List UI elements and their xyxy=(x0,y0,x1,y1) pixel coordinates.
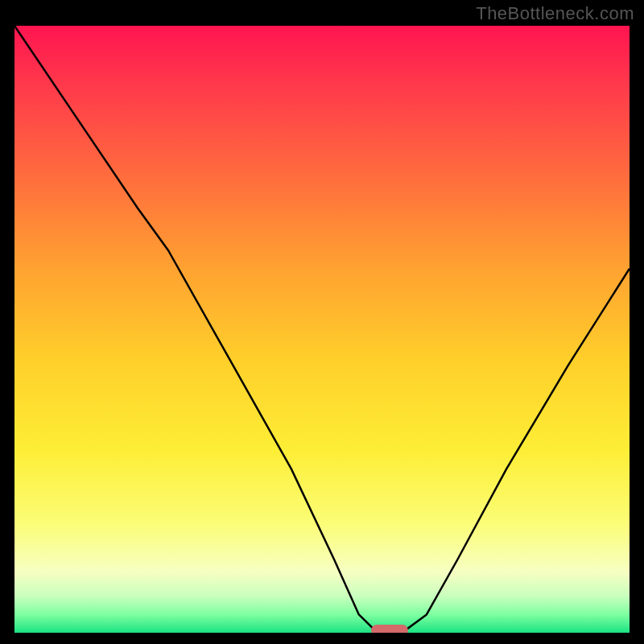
chart-frame: TheBottleneck.com xyxy=(0,0,644,644)
bottleneck-curve xyxy=(14,26,630,633)
watermark-text: TheBottleneck.com xyxy=(476,3,634,24)
optimal-marker xyxy=(371,625,408,633)
chart-svg xyxy=(14,26,630,633)
plot-area xyxy=(14,26,630,633)
